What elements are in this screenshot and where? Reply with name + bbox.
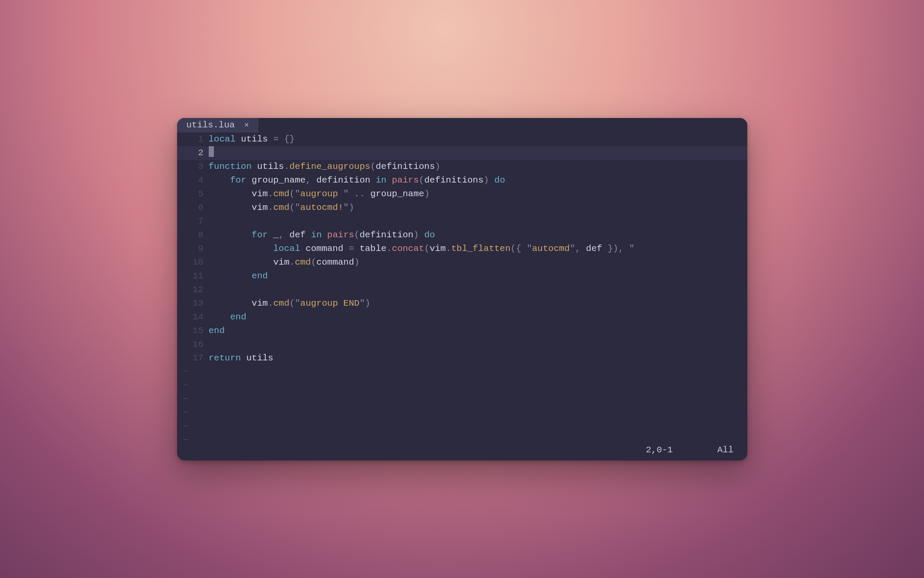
tab-filename: utils.lua xyxy=(187,118,235,133)
code-line: 12 xyxy=(177,283,747,297)
code-content: vim.cmd(command) xyxy=(209,256,747,269)
line-number: 5 xyxy=(177,187,209,201)
code-line: 16 xyxy=(177,338,747,351)
code-content: vim.cmd("augroup END") xyxy=(209,297,747,310)
code-content: end xyxy=(209,324,747,338)
code-line: 9 local command = table.concat(vim.tbl_f… xyxy=(177,242,747,256)
code-line: 1 local utils = {} xyxy=(177,133,747,146)
line-number: 9 xyxy=(177,242,209,256)
line-number: 3 xyxy=(177,160,209,174)
tab-bar: utils.lua × xyxy=(177,118,747,133)
code-content xyxy=(209,338,747,351)
scroll-indicator: All xyxy=(717,443,734,457)
line-number: 14 xyxy=(177,310,209,324)
terminal-window: utils.lua × 1 local utils = {} 2 3 funct… xyxy=(177,118,747,460)
line-number: 12 xyxy=(177,283,209,297)
buffer-tab[interactable]: utils.lua × xyxy=(177,118,258,133)
empty-line-marker: ~ xyxy=(177,379,747,392)
cursor xyxy=(209,146,214,157)
code-content xyxy=(209,146,747,160)
code-line: 10 vim.cmd(command) xyxy=(177,256,747,269)
line-number: 4 xyxy=(177,174,209,187)
code-line: 7 xyxy=(177,215,747,228)
code-content xyxy=(209,215,747,228)
code-line: 15 end xyxy=(177,324,747,338)
line-number: 7 xyxy=(177,215,209,228)
code-content: for _, def in pairs(definition) do xyxy=(209,228,747,242)
line-number: 11 xyxy=(177,269,209,283)
status-bar: 2,0-1 All xyxy=(177,443,747,457)
line-number: 16 xyxy=(177,338,209,351)
line-number: 6 xyxy=(177,201,209,215)
close-icon[interactable]: × xyxy=(244,118,249,133)
code-line: 5 vim.cmd("augroup " .. group_name) xyxy=(177,187,747,201)
code-line: 11 end xyxy=(177,269,747,283)
code-line: 17 return utils xyxy=(177,351,747,365)
line-number: 1 xyxy=(177,133,209,146)
code-line: 3 function utils.define_augroups(definit… xyxy=(177,160,747,174)
code-content: vim.cmd("augroup " .. group_name) xyxy=(209,187,747,201)
code-content: local utils = {} xyxy=(209,133,747,146)
code-content: vim.cmd("autocmd!") xyxy=(209,201,747,215)
code-content: for group_name, definition in pairs(defi… xyxy=(209,174,747,187)
line-number: 13 xyxy=(177,297,209,310)
code-line: 8 for _, def in pairs(definition) do xyxy=(177,228,747,242)
cursor-position: 2,0-1 xyxy=(646,443,673,457)
code-content: local command = table.concat(vim.tbl_fla… xyxy=(209,242,747,256)
line-number: 10 xyxy=(177,256,209,269)
code-line: 13 vim.cmd("augroup END") xyxy=(177,297,747,310)
code-line: 4 for group_name, definition in pairs(de… xyxy=(177,174,747,187)
editor-area[interactable]: 1 local utils = {} 2 3 function utils.de… xyxy=(177,133,747,447)
code-line: 6 vim.cmd("autocmd!") xyxy=(177,201,747,215)
code-content: end xyxy=(209,269,747,283)
code-line: 14 end xyxy=(177,310,747,324)
empty-line-marker: ~ xyxy=(177,365,747,379)
empty-line-marker: ~ xyxy=(177,420,747,434)
code-content xyxy=(209,283,747,297)
code-content: end xyxy=(209,310,747,324)
line-number: 2 xyxy=(177,146,209,160)
empty-line-marker: ~ xyxy=(177,392,747,406)
line-number: 17 xyxy=(177,351,209,365)
line-number: 8 xyxy=(177,228,209,242)
code-line-current: 2 xyxy=(177,146,747,160)
empty-line-marker: ~ xyxy=(177,406,747,420)
line-number: 15 xyxy=(177,324,209,338)
code-content: return utils xyxy=(209,351,747,365)
code-content: function utils.define_augroups(definitio… xyxy=(209,160,747,174)
